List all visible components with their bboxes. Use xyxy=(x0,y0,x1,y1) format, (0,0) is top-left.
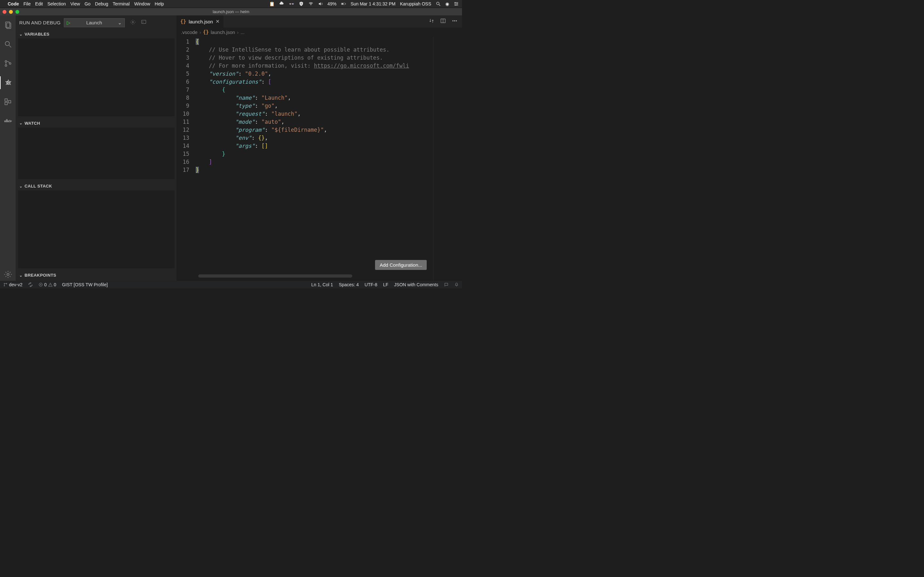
svg-rect-4 xyxy=(341,3,343,4)
window-maximize-button[interactable] xyxy=(15,10,19,14)
docker-icon[interactable] xyxy=(0,115,16,127)
menubar-tracking-icon[interactable]: 👓 xyxy=(289,1,294,6)
breadcrumb-folder[interactable]: .vscode xyxy=(181,29,198,35)
profile-item[interactable]: GIST [OSS TW Profile] xyxy=(62,282,108,287)
add-configuration-button[interactable]: Add Configuration... xyxy=(375,260,427,270)
wifi-icon[interactable] xyxy=(309,1,313,6)
activity-bar xyxy=(0,15,16,281)
menubar-shield-icon[interactable]: S xyxy=(299,1,304,6)
json-file-icon: {} xyxy=(203,29,209,35)
notifications-icon[interactable] xyxy=(454,282,459,287)
siri-icon[interactable]: ◉ xyxy=(445,1,449,6)
debug-console-icon[interactable] xyxy=(141,19,147,26)
sync-icon[interactable] xyxy=(28,282,33,287)
code-content[interactable]: { // Use IntelliSense to learn about pos… xyxy=(196,37,409,281)
start-debug-icon[interactable]: ▷ xyxy=(67,20,71,26)
editor-group: {} launch.json ✕ .vscode › {} launch.jso… xyxy=(176,15,462,281)
eol-item[interactable]: LF xyxy=(383,282,388,287)
section-breakpoints-header[interactable]: ⌄BREAKPOINTS xyxy=(16,271,176,279)
source-control-icon[interactable] xyxy=(0,57,16,70)
svg-rect-29 xyxy=(8,101,11,103)
chevron-down-icon[interactable]: ⌄ xyxy=(118,20,122,26)
run-debug-icon[interactable] xyxy=(0,76,16,89)
clock[interactable]: Sun Mar 1 4:31:32 PM xyxy=(351,1,396,6)
section-watch-header[interactable]: ⌄WATCH xyxy=(16,119,176,127)
svg-point-18 xyxy=(5,65,6,66)
sidebar-title: RUN AND DEBUG xyxy=(19,20,61,25)
control-center-icon[interactable] xyxy=(454,1,459,6)
menubar-notes-icon[interactable]: 📋 xyxy=(269,1,275,6)
svg-point-1 xyxy=(310,5,311,5)
menu-selection[interactable]: Selection xyxy=(47,1,66,6)
user-name[interactable]: Karuppiah OSS xyxy=(400,1,431,6)
spotlight-icon[interactable] xyxy=(436,1,441,6)
menu-help[interactable]: Help xyxy=(155,1,164,6)
section-variables-header[interactable]: ⌄VARIABLES xyxy=(16,30,176,39)
svg-line-23 xyxy=(10,81,11,82)
menubar-cloud-icon[interactable] xyxy=(279,1,284,6)
volume-icon[interactable] xyxy=(318,1,323,6)
language-mode-item[interactable]: JSON with Comments xyxy=(394,282,438,287)
chevron-right-icon: › xyxy=(200,29,201,35)
more-actions-icon[interactable] xyxy=(452,18,457,25)
chevron-down-icon: ⌄ xyxy=(19,184,23,189)
feedback-icon[interactable] xyxy=(444,282,449,287)
git-branch-item[interactable]: dev-v2 xyxy=(3,282,23,287)
battery-icon[interactable] xyxy=(341,1,346,6)
menu-terminal[interactable]: Terminal xyxy=(113,1,129,6)
extensions-icon[interactable] xyxy=(0,95,16,108)
svg-point-39 xyxy=(453,20,453,21)
menu-edit[interactable]: Edit xyxy=(35,1,43,6)
section-variables xyxy=(18,39,174,116)
battery-percent[interactable]: 49% xyxy=(328,1,336,6)
explorer-icon[interactable] xyxy=(0,19,16,31)
breadcrumbs[interactable]: .vscode › {} launch.json › ... xyxy=(176,27,462,37)
chevron-down-icon: ⌄ xyxy=(19,121,23,125)
indentation-item[interactable]: Spaces: 4 xyxy=(339,282,359,287)
breadcrumb-file[interactable]: launch.json xyxy=(211,29,235,35)
menu-window[interactable]: Window xyxy=(134,1,150,6)
split-editor-icon[interactable] xyxy=(440,18,446,25)
menu-debug[interactable]: Debug xyxy=(95,1,108,6)
svg-rect-27 xyxy=(5,99,7,101)
section-callstack-header[interactable]: ⌄CALL STACK xyxy=(16,182,176,190)
compare-changes-icon[interactable] xyxy=(429,18,435,25)
breadcrumb-tail[interactable]: ... xyxy=(241,29,245,35)
menu-view[interactable]: View xyxy=(70,1,80,6)
svg-point-43 xyxy=(4,285,5,286)
menu-file[interactable]: File xyxy=(23,1,31,6)
tabbar: {} launch.json ✕ xyxy=(176,15,462,27)
problems-item[interactable]: 0 0 xyxy=(39,282,56,287)
encoding-item[interactable]: UTF-8 xyxy=(365,282,377,287)
svg-point-35 xyxy=(132,21,134,23)
tab-label: launch.json xyxy=(189,19,213,24)
statusbar: dev-v2 0 0 GIST [OSS TW Profile] Ln 1, C… xyxy=(0,281,462,288)
svg-point-5 xyxy=(437,2,439,5)
svg-point-42 xyxy=(4,283,5,284)
app-name[interactable]: Code xyxy=(8,1,19,6)
svg-rect-3 xyxy=(345,3,346,4)
search-icon[interactable] xyxy=(0,38,16,51)
close-icon[interactable]: ✕ xyxy=(216,19,220,24)
sidebar-header: RUN AND DEBUG ▷ Launch ⌄ xyxy=(16,15,176,30)
debug-config-name: Launch xyxy=(86,20,102,25)
svg-line-25 xyxy=(10,84,11,85)
window-title: launch.json — helm xyxy=(213,9,249,14)
window-minimize-button[interactable] xyxy=(9,10,13,14)
minimap[interactable] xyxy=(433,37,462,281)
json-file-icon: {} xyxy=(180,19,186,24)
cursor-position-item[interactable]: Ln 1, Col 1 xyxy=(311,282,333,287)
svg-point-17 xyxy=(5,61,6,62)
debug-config-select[interactable]: ▷ Launch ⌄ xyxy=(64,18,125,27)
horizontal-scrollbar[interactable] xyxy=(198,274,352,277)
menu-go[interactable]: Go xyxy=(84,1,90,6)
line-number-gutter: 1234567891011121314151617 xyxy=(176,37,196,281)
macos-menubar: Code FileEditSelectionViewGoDebugTermina… xyxy=(0,0,462,8)
svg-rect-28 xyxy=(5,102,7,105)
settings-gear-icon[interactable] xyxy=(0,268,16,281)
open-launch-json-icon[interactable] xyxy=(130,19,136,26)
window-close-button[interactable] xyxy=(3,10,6,14)
tab-launch-json[interactable]: {} launch.json ✕ xyxy=(176,15,224,27)
code-editor[interactable]: 1234567891011121314151617 { // Use Intel… xyxy=(176,37,462,281)
debug-sidebar: RUN AND DEBUG ▷ Launch ⌄ ⌄VARIABLES ⌄WAT… xyxy=(16,15,176,281)
